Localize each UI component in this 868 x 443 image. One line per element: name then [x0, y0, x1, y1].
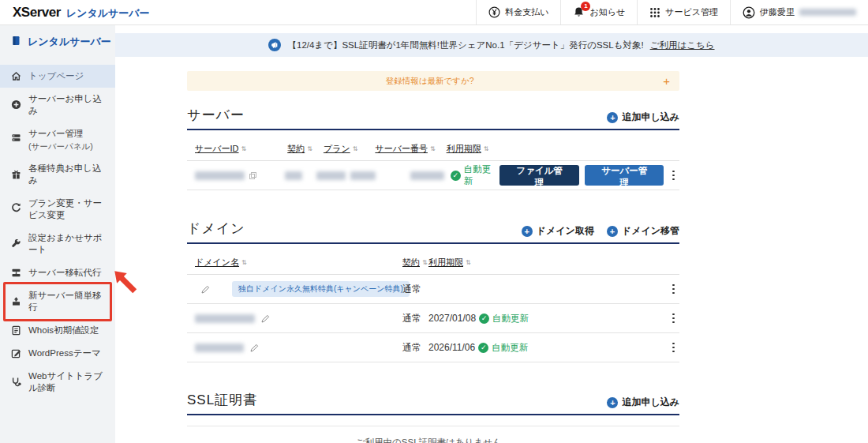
row-menu-icon[interactable]	[668, 310, 679, 327]
server-col-number[interactable]: サーバー番号⇅	[375, 143, 435, 155]
refresh-icon	[11, 202, 21, 212]
sidebar-item-label: サーバー移転代行	[28, 267, 102, 279]
nav-payment[interactable]: 料金支払い	[476, 0, 560, 24]
sort-icon: ⇅	[484, 145, 489, 152]
nav-service-management-label: サービス管理	[665, 6, 718, 18]
server-transfer-icon	[11, 268, 21, 278]
ssl-add-button[interactable]: + 追加申し込み	[607, 396, 679, 409]
nav-payment-label: 料金支払い	[505, 6, 548, 18]
nav-notifications[interactable]: 1 お知らせ	[560, 0, 637, 24]
copy-icon[interactable]	[249, 172, 256, 179]
logo-product: レンタルサーバー	[66, 6, 150, 21]
server-section-title: サーバー	[187, 106, 245, 124]
domain-section-header: ドメイン + ドメイン取得 + ドメイン移管	[187, 220, 679, 244]
domain-col-expire[interactable]: 利用期限⇅	[428, 257, 471, 268]
domain-contract: 通常	[402, 312, 428, 325]
masked-account-id	[799, 9, 856, 16]
sidebar-item-label: 各種特典お申し込み	[28, 163, 110, 186]
ssl-table-header-empty	[187, 415, 679, 426]
bell-icon: 1	[573, 6, 585, 18]
gift-icon	[11, 170, 21, 180]
grid-icon	[649, 7, 660, 18]
sidebar-item-label: WordPressテーマ	[28, 347, 101, 359]
campaign-banner: 【12/4まで】SSL証明書が1年間無料!世界シェアNo.1「デジサート」発行の…	[115, 33, 868, 57]
server-manager-button[interactable]: サーバー管理	[585, 165, 664, 186]
logo[interactable]: XServer レンタルサーバー	[0, 5, 150, 21]
masked-plan	[316, 171, 346, 180]
migration-icon	[11, 296, 21, 306]
sidebar-item-benefits[interactable]: 各種特典お申し込み	[0, 157, 115, 192]
pencil-icon[interactable]	[261, 314, 270, 323]
sidebar-item-label: サーバー管理 (サーバーパネル)	[28, 128, 93, 152]
check-circle-icon: ✓	[478, 343, 488, 353]
sort-icon: ⇅	[241, 145, 247, 152]
masked-domain-name	[195, 314, 255, 323]
sidebar-item-server-apply[interactable]: サーバーお申し込み	[0, 88, 115, 122]
sidebar-item-label: プラン変更・サービス変更	[28, 197, 107, 221]
domain-section-title: ドメイン	[187, 220, 245, 238]
file-manager-button[interactable]: ファイル管理	[499, 165, 579, 186]
sidebar-item-sublabel: (サーバーパネル)	[28, 141, 93, 152]
sidebar-menu: トップページ サーバーお申し込み サーバー管理 (サーバーパネル)	[0, 65, 115, 400]
row-menu-icon[interactable]	[668, 167, 679, 184]
campaign-link[interactable]: ご利用はこちら	[650, 39, 715, 51]
check-circle-icon: ✓	[451, 171, 461, 181]
sidebar-item-label: トップページ	[28, 70, 84, 82]
auto-renew-label: 自動更新	[492, 313, 529, 325]
row-menu-icon[interactable]	[668, 281, 679, 298]
domain-table-row: 通常 2027/01/08 ✓ 自動更新	[187, 304, 679, 333]
sidebar-service-title[interactable]: レンタルサーバー	[0, 25, 115, 58]
pencil-icon[interactable]	[201, 285, 210, 294]
sort-icon: ⇅	[430, 145, 436, 152]
domain-table-row: 独自ドメイン永久無料特典(キャンペーン特典) 通常	[187, 275, 679, 304]
sort-icon: ⇅	[307, 145, 312, 152]
sidebar: レンタルサーバー トップページ サーバーお申し込み	[0, 25, 115, 443]
campaign-text: 【12/4まで】SSL証明書が1年間無料!世界シェアNo.1「デジサート」発行の…	[287, 39, 643, 51]
server-book-icon	[11, 36, 21, 48]
sidebar-item-trouble-diagnosis[interactable]: Webサイトトラブル診断	[0, 365, 115, 400]
app-window: XServer レンタルサーバー 料金支払い 1 お知らせ	[0, 0, 868, 443]
header-nav: 料金支払い 1 お知らせ サービス管理 伊藤愛里	[476, 0, 868, 24]
domain-col-contract[interactable]: 契約⇅	[402, 257, 428, 268]
server-col-contract[interactable]: 契約⇅	[287, 143, 312, 155]
domain-acquire-button[interactable]: + ドメイン取得	[522, 224, 594, 238]
server-add-button[interactable]: + 追加申し込み	[607, 111, 679, 124]
wrench-icon	[11, 239, 21, 250]
pencil-icon[interactable]	[250, 344, 259, 352]
sidebar-item-easy-migration[interactable]: 新サーバー簡単移行	[0, 284, 115, 319]
sidebar-item-managed-support[interactable]: 設定おまかせサポート	[0, 227, 115, 261]
sidebar-item-label: サーバーお申し込み	[28, 93, 110, 117]
nav-service-management[interactable]: サービス管理	[637, 0, 730, 24]
domain-col-name[interactable]: ドメイン名⇅	[195, 257, 247, 268]
domain-table-row: 通常 2026/11/06 ✓ 自動更新	[187, 333, 679, 362]
plus-circle-icon: +	[607, 226, 618, 237]
server-table-header: サーバーID⇅ 契約⇅ プラン⇅ サーバー番号⇅ 利用期限⇅	[187, 137, 679, 161]
server-table-row: ✓ 自動更新 ファイル管理 サーバー管理	[187, 161, 679, 190]
server-col-plan[interactable]: プラン⇅	[324, 143, 357, 155]
server-col-expire[interactable]: 利用期限⇅	[447, 143, 489, 155]
nav-notifications-label: お知らせ	[589, 6, 625, 18]
sidebar-item-top-page[interactable]: トップページ	[0, 65, 115, 88]
sidebar-item-label: Webサイトトラブル診断	[28, 370, 110, 394]
nav-account[interactable]: 伊藤愛里	[730, 0, 868, 24]
domain-transfer-button[interactable]: + ドメイン移管	[607, 224, 679, 238]
sidebar-item-server-transfer[interactable]: サーバー移転代行	[0, 261, 115, 284]
sidebar-item-server-panel[interactable]: サーバー管理 (サーバーパネル)	[0, 122, 115, 158]
registration-info-accordion[interactable]: 登録情報は最新ですか? +	[187, 71, 679, 91]
edit-icon	[11, 348, 21, 359]
masked-expire-date	[410, 171, 444, 180]
domain-contract: 通常	[402, 283, 428, 296]
sort-icon: ⇅	[241, 259, 247, 266]
sidebar-item-wordpress-theme[interactable]: WordPressテーマ	[0, 342, 115, 365]
sidebar-item-plan-change[interactable]: プラン変更・サービス変更	[0, 192, 115, 227]
plus-circle-icon	[11, 99, 21, 110]
row-menu-icon[interactable]	[668, 340, 679, 356]
server-col-id[interactable]: サーバーID⇅	[195, 143, 246, 155]
plus-circle-icon: +	[522, 226, 533, 237]
sidebar-item-whois[interactable]: Whois初期値設定	[0, 319, 115, 342]
masked-server-number	[350, 171, 376, 180]
plus-circle-icon: +	[607, 397, 618, 408]
accordion-question: 登録情報は最新ですか?	[196, 76, 663, 87]
sort-icon: ⇅	[353, 145, 358, 152]
auto-renew-label: 自動更新	[464, 163, 499, 187]
